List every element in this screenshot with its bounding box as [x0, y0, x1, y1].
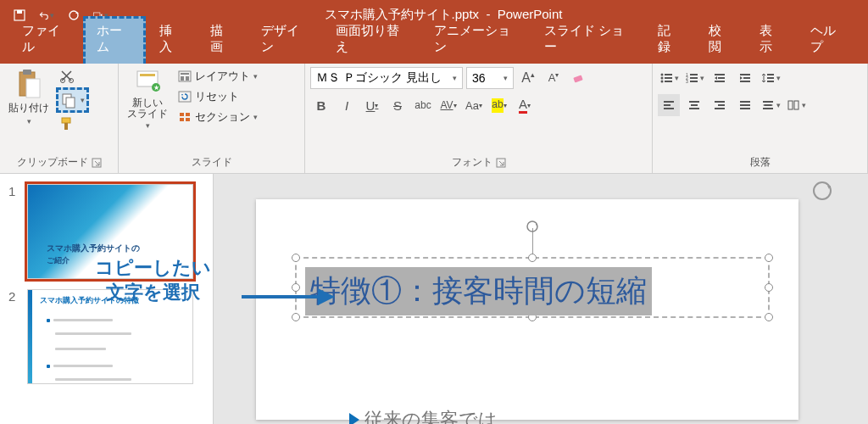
- align-right-button[interactable]: [709, 94, 731, 116]
- format-painter-button[interactable]: [56, 114, 89, 133]
- body-text: 従来の集客では: [364, 407, 498, 424]
- svg-rect-50: [664, 101, 674, 103]
- svg-rect-54: [691, 104, 698, 106]
- underline-button[interactable]: U ▾: [361, 94, 383, 116]
- align-center-icon: [687, 99, 701, 111]
- character-spacing-button[interactable]: AV▾: [437, 94, 459, 116]
- resize-handle[interactable]: [765, 254, 773, 262]
- chevron-down-icon: ▾: [146, 121, 150, 130]
- decrease-indent-button[interactable]: [709, 67, 731, 89]
- distribute-button[interactable]: [760, 94, 782, 116]
- svg-rect-24: [186, 113, 190, 116]
- highlight-button[interactable]: ab▾: [488, 94, 510, 116]
- cut-button[interactable]: [56, 67, 89, 86]
- italic-button[interactable]: I: [336, 94, 358, 116]
- font-size-combo[interactable]: 36 ▾: [466, 67, 514, 89]
- svg-rect-36: [690, 74, 698, 75]
- align-left-button[interactable]: [658, 94, 680, 116]
- svg-rect-66: [794, 101, 798, 109]
- resize-handle[interactable]: [765, 313, 773, 321]
- distribute-icon: [761, 99, 775, 111]
- svg-rect-12: [64, 123, 68, 130]
- tab-transitions[interactable]: 画面切り替え: [322, 16, 420, 64]
- svg-text:★: ★: [153, 84, 159, 92]
- rotation-handle-icon[interactable]: [526, 220, 539, 233]
- font-family-combo[interactable]: ＭＳ Ｐゴシック 見出し ▾: [310, 67, 463, 89]
- tab-record[interactable]: 記録: [644, 16, 695, 64]
- resize-handle[interactable]: [765, 283, 773, 292]
- annotation-arrow-icon: [237, 280, 339, 314]
- layout-button[interactable]: レイアウト ▾: [175, 67, 261, 86]
- layout-icon: [178, 70, 192, 82]
- tab-draw[interactable]: 描画: [197, 16, 248, 64]
- tab-help[interactable]: ヘルプ: [797, 16, 860, 64]
- body-placeholder[interactable]: 従来の集客では: [349, 407, 498, 424]
- line-spacing-button[interactable]: [760, 67, 782, 89]
- tab-slideshow[interactable]: スライド ショー: [531, 16, 644, 64]
- font-color-button[interactable]: A▾: [514, 94, 536, 116]
- copy-button[interactable]: ▾: [56, 87, 89, 113]
- thumb1-title: スマホ購入予約サイトの: [47, 243, 140, 254]
- selected-text[interactable]: 特徴①：接客時間の短縮: [305, 267, 652, 315]
- numbering-icon: 123: [685, 72, 698, 84]
- bullets-button[interactable]: [658, 67, 680, 89]
- svg-rect-38: [690, 77, 698, 79]
- numbering-button[interactable]: 123: [683, 67, 705, 89]
- svg-rect-10: [66, 98, 75, 108]
- svg-rect-49: [767, 81, 774, 82]
- section-button[interactable]: セクション ▾: [175, 108, 261, 126]
- increase-indent-button[interactable]: [734, 67, 756, 89]
- reset-button[interactable]: リセット: [175, 87, 261, 106]
- tab-view[interactable]: 表示: [746, 16, 797, 64]
- paste-button[interactable]: 貼り付け ▾: [5, 67, 53, 127]
- font-group: ＭＳ Ｐゴシック 見出し ▾ 36 ▾ A▴ A▾ B I: [305, 64, 653, 173]
- paste-label: 貼り付け: [8, 101, 49, 115]
- tab-home[interactable]: ホーム: [83, 16, 146, 64]
- line-spacing-icon: [761, 72, 775, 84]
- svg-rect-63: [765, 104, 771, 106]
- svg-rect-5: [23, 70, 31, 75]
- svg-rect-59: [740, 101, 750, 103]
- clear-formatting-button[interactable]: [568, 67, 590, 89]
- svg-rect-32: [665, 77, 672, 79]
- dialog-launcher-icon[interactable]: [92, 158, 102, 168]
- tab-review[interactable]: 校閲: [695, 16, 746, 64]
- new-slide-button[interactable]: ★ 新しい スライド ▾: [124, 67, 171, 131]
- strikethrough-button[interactable]: S: [387, 94, 409, 116]
- justify-button[interactable]: [734, 94, 756, 116]
- columns-button[interactable]: [785, 94, 807, 116]
- change-case-button[interactable]: Aa▾: [463, 94, 485, 116]
- rotate-handle-icon[interactable]: [810, 179, 834, 203]
- dialog-launcher-icon[interactable]: [496, 158, 506, 168]
- tab-animations[interactable]: アニメーション: [420, 16, 531, 64]
- svg-rect-42: [718, 77, 725, 79]
- section-label: セクション: [195, 109, 250, 125]
- slides-group-label: スライド: [192, 155, 232, 170]
- svg-rect-46: [740, 81, 750, 82]
- tab-insert[interactable]: 挿入: [146, 16, 197, 64]
- tab-file[interactable]: ファイル: [8, 16, 83, 64]
- resize-handle[interactable]: [292, 313, 300, 321]
- layout-label: レイアウト: [195, 69, 250, 84]
- svg-rect-53: [689, 101, 699, 103]
- title-textbox[interactable]: 特徴①：接客時間の短縮: [295, 257, 770, 318]
- grow-font-button[interactable]: A▴: [517, 67, 539, 89]
- bold-button[interactable]: B: [310, 94, 332, 116]
- svg-rect-1: [17, 10, 22, 14]
- svg-rect-48: [767, 77, 774, 79]
- resize-handle[interactable]: [528, 254, 537, 262]
- svg-rect-60: [740, 104, 750, 106]
- paragraph-group-label: 段落: [750, 155, 771, 170]
- columns-icon: [787, 99, 800, 111]
- svg-rect-47: [767, 74, 774, 75]
- resize-handle[interactable]: [292, 254, 300, 262]
- shrink-font-button[interactable]: A▾: [542, 67, 565, 89]
- copy-icon: [60, 92, 77, 109]
- ribbon: 貼り付け ▾ ▾ クリップボード: [0, 64, 868, 174]
- svg-rect-62: [763, 101, 773, 103]
- text-shadow-button[interactable]: abc: [412, 94, 434, 116]
- svg-rect-65: [788, 101, 793, 109]
- svg-rect-11: [62, 118, 70, 123]
- align-center-button[interactable]: [683, 94, 705, 116]
- tab-design[interactable]: デザイン: [248, 16, 322, 64]
